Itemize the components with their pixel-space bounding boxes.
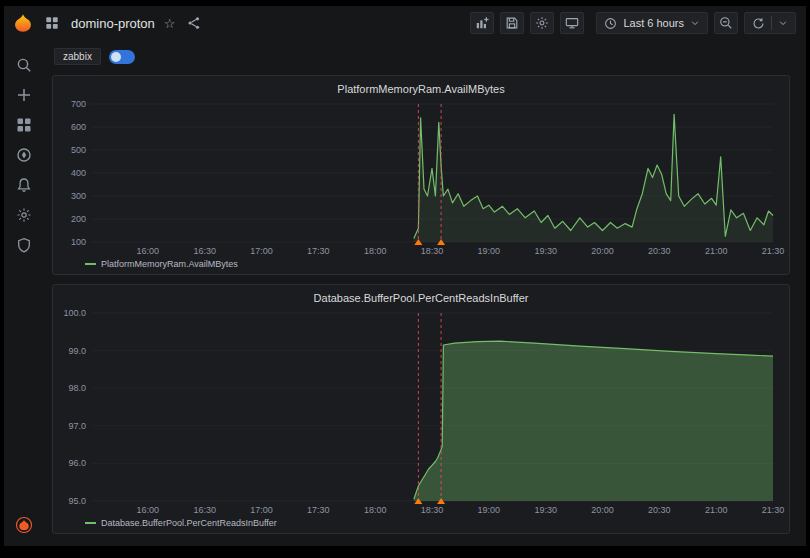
magnifier-minus-icon [719, 16, 733, 30]
svg-text:21:30: 21:30 [762, 505, 785, 515]
svg-text:300: 300 [71, 191, 86, 201]
legend: Database.BufferPool.PerCentReadsInBuffer [59, 517, 783, 531]
alerting-bell-icon[interactable] [15, 176, 33, 194]
svg-text:17:00: 17:00 [250, 246, 273, 256]
clock-icon [604, 17, 617, 30]
share-icon[interactable] [184, 13, 204, 33]
submenu-bar: zabbix [54, 48, 790, 65]
refresh-icon [752, 17, 765, 30]
svg-text:17:00: 17:00 [250, 505, 273, 515]
grafana-flame-icon [13, 12, 33, 34]
svg-text:100.0: 100.0 [63, 308, 86, 318]
panel-title[interactable]: PlatformMemoryRam.AvailMBytes [59, 80, 783, 98]
configuration-gear-icon[interactable] [15, 206, 33, 224]
dashboard-title[interactable]: domino-proton [71, 16, 155, 31]
refresh-button[interactable] [744, 12, 796, 34]
add-panel-button[interactable] [470, 12, 494, 34]
svg-text:19:30: 19:30 [534, 246, 557, 256]
time-range-label: Last 6 hours [623, 17, 684, 29]
legend: PlatformMemoryRam.AvailMBytes [59, 258, 783, 272]
svg-text:16:00: 16:00 [137, 505, 160, 515]
dashboard-content: zabbix PlatformMemoryRam.AvailMBytes 100… [44, 40, 806, 546]
create-plus-icon[interactable] [15, 86, 33, 104]
svg-text:95.0: 95.0 [68, 496, 86, 506]
time-series-chart[interactable]: 10020030040050060070016:0016:3017:0017:3… [59, 98, 781, 258]
svg-text:17:30: 17:30 [307, 505, 330, 515]
dashboard-settings-button[interactable] [530, 12, 554, 34]
legend-item[interactable]: PlatformMemoryRam.AvailMBytes [101, 259, 238, 269]
cycle-view-button[interactable] [560, 12, 584, 34]
svg-text:18:00: 18:00 [364, 505, 387, 515]
svg-text:200: 200 [71, 214, 86, 224]
dashboards-icon[interactable] [15, 116, 33, 134]
dashboard-grid-icon [42, 13, 62, 33]
panel-memory: PlatformMemoryRam.AvailMBytes 1002003004… [52, 75, 790, 275]
save-dashboard-button[interactable] [500, 12, 524, 34]
legend-item[interactable]: Database.BufferPool.PerCentReadsInBuffer [101, 518, 277, 528]
svg-text:500: 500 [71, 145, 86, 155]
monitor-icon [565, 16, 579, 30]
svg-text:21:00: 21:00 [705, 505, 728, 515]
time-series-chart[interactable]: 95.096.097.098.099.0100.016:0016:3017:00… [59, 307, 781, 517]
svg-text:700: 700 [71, 99, 86, 109]
toggle-knob [111, 52, 121, 62]
svg-text:19:00: 19:00 [478, 505, 501, 515]
svg-text:20:30: 20:30 [648, 505, 671, 515]
svg-text:98.0: 98.0 [68, 383, 86, 393]
panel-title[interactable]: Database.BufferPool.PerCentReadsInBuffer [59, 289, 783, 307]
variable-label: zabbix [54, 48, 101, 65]
svg-text:16:00: 16:00 [137, 246, 160, 256]
svg-text:18:30: 18:30 [421, 246, 444, 256]
admin-shield-icon[interactable] [15, 236, 33, 254]
svg-text:18:30: 18:30 [421, 505, 444, 515]
explore-compass-icon[interactable] [15, 146, 33, 164]
legend-color-indicator [85, 522, 96, 524]
grafana-logo[interactable] [13, 13, 33, 33]
star-icon[interactable]: ☆ [164, 17, 176, 30]
svg-text:16:30: 16:30 [193, 246, 216, 256]
grafana-help-icon[interactable] [15, 516, 33, 546]
svg-text:600: 600 [71, 122, 86, 132]
grafana-app: domino-proton ☆ Last 6 hours [4, 6, 806, 546]
svg-text:20:00: 20:00 [591, 246, 614, 256]
chevron-down-icon [778, 18, 788, 28]
zoom-out-button[interactable] [714, 12, 738, 34]
chevron-down-icon [690, 18, 700, 28]
svg-text:20:30: 20:30 [648, 246, 671, 256]
svg-text:19:30: 19:30 [534, 505, 557, 515]
svg-text:400: 400 [71, 168, 86, 178]
svg-text:17:30: 17:30 [307, 246, 330, 256]
svg-text:97.0: 97.0 [68, 421, 86, 431]
save-icon [505, 16, 519, 30]
svg-text:21:30: 21:30 [762, 246, 785, 256]
svg-text:96.0: 96.0 [68, 458, 86, 468]
svg-text:21:00: 21:00 [705, 246, 728, 256]
svg-text:99.0: 99.0 [68, 346, 86, 356]
top-navbar: domino-proton ☆ Last 6 hours [4, 6, 806, 40]
svg-text:19:00: 19:00 [478, 246, 501, 256]
sidebar [4, 40, 44, 546]
svg-text:16:30: 16:30 [193, 505, 216, 515]
svg-text:18:00: 18:00 [364, 246, 387, 256]
svg-text:20:00: 20:00 [591, 505, 614, 515]
search-icon[interactable] [15, 56, 33, 74]
gear-icon [535, 16, 549, 30]
svg-text:100: 100 [71, 237, 86, 247]
zabbix-toggle[interactable] [109, 50, 135, 64]
time-picker-button[interactable]: Last 6 hours [596, 12, 708, 34]
bar-chart-plus-icon [475, 16, 489, 30]
legend-color-indicator [85, 263, 96, 265]
panel-bufferpool: Database.BufferPool.PerCentReadsInBuffer… [52, 284, 790, 534]
divider [771, 16, 772, 30]
